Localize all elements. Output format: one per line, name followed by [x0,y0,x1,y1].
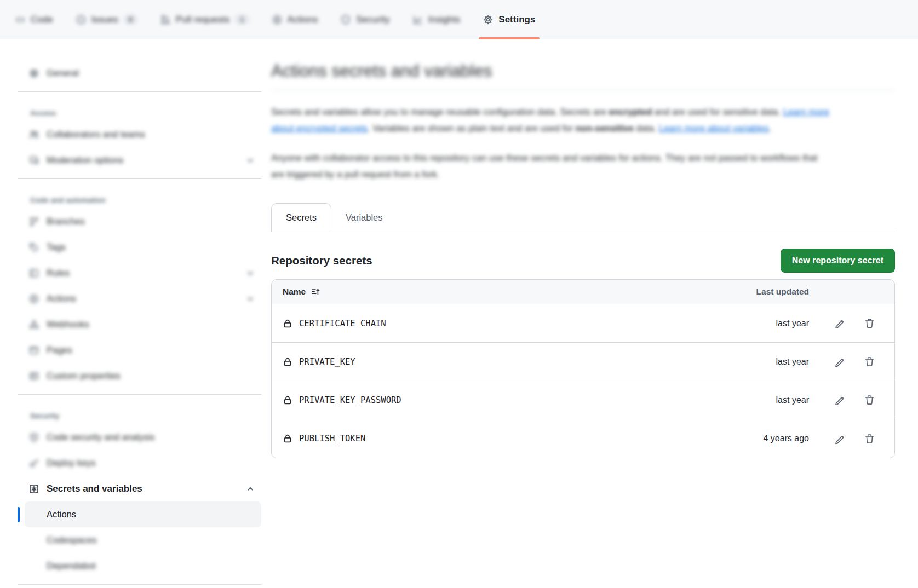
secret-last-updated: last year [738,395,809,405]
tab-variables[interactable]: Variables [331,203,397,232]
webhook-icon [29,320,39,330]
nav-tab-label: Insights [428,14,461,25]
nav-tab-issues[interactable]: Issues 8 [68,7,145,33]
secret-name-cell: PRIVATE_KEY_PASSWORD [283,395,738,405]
sidebar-item-label: Webhooks [47,319,89,330]
secret-name-cell: PRIVATE_KEY [283,357,738,367]
sidebar-subitem-dependabot[interactable]: Dependabot [18,553,261,579]
edit-secret-button[interactable] [834,434,845,444]
repository-secrets-header: Repository secrets New repository secret [271,249,895,273]
sidebar-item-label: Actions [47,509,76,520]
nav-tab-code[interactable]: Code [8,7,61,33]
sidebar-section-access: Access [18,97,261,122]
sidebar-section-code-automation: Code and automation [18,185,261,209]
secret-row-actions [834,434,875,444]
lock-icon [283,319,292,328]
comment-discussion-icon [29,155,39,165]
issue-opened-icon [76,15,86,25]
delete-secret-button[interactable] [864,318,875,328]
sidebar-item-branches[interactable]: Branches [18,209,261,234]
sidebar-item-label: Dependabot [47,561,96,571]
sidebar-subitem-codespaces[interactable]: Codespaces [18,527,261,553]
edit-secret-button[interactable] [834,395,845,405]
sidebar-item-label: Deploy keys [47,458,96,468]
secret-name: CERTIFICATE_CHAIN [299,319,386,328]
sidebar-item-actions[interactable]: Actions [18,286,261,312]
sidebar-item-deploy-keys[interactable]: Deploy keys [18,450,261,476]
people-icon [29,130,39,140]
sidebar-subitem-actions[interactable]: Actions [25,501,261,527]
lock-icon [283,357,292,367]
secret-last-updated: 4 years ago [738,434,809,443]
gear-icon [483,15,493,25]
sidebar-item-secrets-and-variables[interactable]: Secrets and variables [18,476,261,501]
nav-tab-label: Settings [498,14,535,25]
play-circle-icon [272,15,282,25]
code-icon [15,15,25,25]
nav-tab-pull-requests[interactable]: Pull requests 1 [153,7,257,33]
nav-tab-actions[interactable]: Actions [265,7,326,33]
sidebar-item-tags[interactable]: Tags [18,234,261,260]
chevron-down-icon [246,156,255,165]
sidebar-item-label: Custom properties [47,371,121,381]
nav-tab-label: Issues [91,14,118,25]
delete-secret-button[interactable] [864,356,875,367]
secrets-variables-tabnav: Secrets Variables [271,203,895,232]
secret-name-cell: CERTIFICATE_CHAIN [283,319,738,328]
new-repository-secret-button[interactable]: New repository secret [781,249,895,273]
secret-row: PRIVATE_KEY last year [272,343,894,381]
secret-row-actions [834,318,875,328]
git-branch-icon [29,217,39,227]
sidebar-section-security: Security [18,400,261,424]
repository-secrets-title: Repository secrets [271,254,372,267]
sidebar-item-custom-properties[interactable]: Custom properties [18,363,261,389]
sidebar-item-label: Actions [47,293,76,304]
sidebar-item-moderation-options[interactable]: Moderation options [18,147,261,173]
sidebar-item-label: Tags [47,242,66,252]
secret-name: PUBLISH_TOKEN [299,434,365,443]
sidebar-item-label: Pages [47,345,72,355]
sidebar-divider [18,178,261,179]
secret-name-cell: PUBLISH_TOKEN [283,434,738,443]
edit-secret-button[interactable] [834,318,845,328]
repo-nav: Code Issues 8 Pull requests 1 Actions Se… [0,0,918,39]
tab-secrets[interactable]: Secrets [271,203,331,232]
secret-name: PRIVATE_KEY [299,357,355,367]
nav-tab-label: Pull requests [176,14,230,25]
graph-icon [413,15,423,25]
delete-secret-button[interactable] [864,434,875,444]
sidebar-item-label: Collaborators and teams [47,129,145,140]
chevron-down-icon [246,269,255,278]
key-icon [29,458,39,468]
column-header-name[interactable]: Name [283,287,738,297]
chevron-up-icon [246,485,255,493]
sidebar-item-label: Branches [47,216,85,227]
delete-secret-button[interactable] [864,395,875,405]
sidebar-item-pages[interactable]: Pages [18,337,261,363]
sidebar-item-rules[interactable]: Rules [18,260,261,286]
settings-sidebar: General Access Collaborators and teams M… [0,39,261,588]
lock-icon [283,434,292,443]
learn-more-link[interactable]: Learn more about variables [659,123,769,133]
page-title: Actions secrets and variables [271,61,895,90]
issues-count-badge: 8 [124,14,137,25]
play-circle-icon [29,294,39,304]
sidebar-item-general[interactable]: General [18,60,261,86]
nav-tab-security[interactable]: Security [333,7,397,33]
sidebar-divider [18,91,261,92]
main-content: Actions secrets and variables Secrets an… [261,39,918,588]
sidebar-item-webhooks[interactable]: Webhooks [18,312,261,337]
secrets-table-header: Name Last updated [272,280,894,304]
nav-tab-settings[interactable]: Settings [475,7,543,33]
shield-icon [341,15,351,25]
secret-name: PRIVATE_KEY_PASSWORD [299,395,401,405]
sort-ascending-icon [311,287,320,297]
sidebar-divider [18,584,261,585]
sidebar-divider [18,394,261,395]
nav-tab-insights[interactable]: Insights [405,7,468,33]
lock-icon [283,395,292,405]
sidebar-item-code-security[interactable]: Code security and analysis [18,424,261,450]
edit-secret-button[interactable] [834,356,845,367]
nav-tab-label: Code [31,14,53,25]
sidebar-item-collaborators[interactable]: Collaborators and teams [18,122,261,147]
